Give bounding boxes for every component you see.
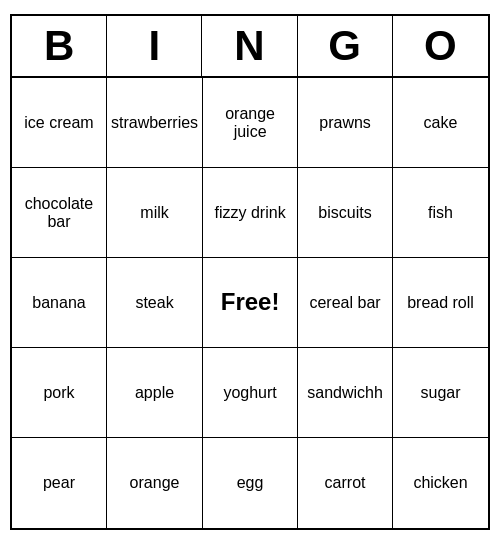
cell-text-3: prawns (319, 114, 371, 132)
cell-text-13: cereal bar (309, 294, 380, 312)
bingo-cell-24: chicken (393, 438, 488, 528)
bingo-cell-9: fish (393, 168, 488, 258)
bingo-cell-14: bread roll (393, 258, 488, 348)
bingo-cell-13: cereal bar (298, 258, 393, 348)
header-letter-i: I (107, 16, 202, 76)
bingo-cell-17: yoghurt (203, 348, 298, 438)
cell-text-0: ice cream (24, 114, 93, 132)
header-letter-b: B (12, 16, 107, 76)
cell-text-17: yoghurt (223, 384, 276, 402)
cell-text-11: steak (135, 294, 173, 312)
cell-text-22: egg (237, 474, 264, 492)
bingo-cell-1: strawberries (107, 78, 203, 168)
bingo-cell-5: chocolate bar (12, 168, 107, 258)
cell-text-15: pork (43, 384, 74, 402)
bingo-cell-7: fizzy drink (203, 168, 298, 258)
bingo-card: BINGO ice creamstrawberriesorange juicep… (10, 14, 490, 530)
bingo-cell-22: egg (203, 438, 298, 528)
bingo-cell-8: biscuits (298, 168, 393, 258)
bingo-cell-2: orange juice (203, 78, 298, 168)
bingo-cell-21: orange (107, 438, 203, 528)
cell-text-12: Free! (221, 289, 280, 315)
bingo-header: BINGO (12, 16, 488, 78)
header-letter-o: O (393, 16, 488, 76)
header-letter-g: G (298, 16, 393, 76)
bingo-cell-11: steak (107, 258, 203, 348)
bingo-cell-16: apple (107, 348, 203, 438)
cell-text-1: strawberries (111, 114, 198, 132)
cell-text-21: orange (130, 474, 180, 492)
cell-text-18: sandwichh (307, 384, 383, 402)
cell-text-5: chocolate bar (16, 195, 102, 230)
cell-text-19: sugar (421, 384, 461, 402)
bingo-cell-6: milk (107, 168, 203, 258)
cell-text-2: orange juice (207, 105, 293, 140)
cell-text-10: banana (32, 294, 85, 312)
cell-text-20: pear (43, 474, 75, 492)
cell-text-23: carrot (325, 474, 366, 492)
bingo-cell-19: sugar (393, 348, 488, 438)
bingo-cell-3: prawns (298, 78, 393, 168)
bingo-cell-15: pork (12, 348, 107, 438)
bingo-cell-0: ice cream (12, 78, 107, 168)
header-letter-n: N (202, 16, 297, 76)
bingo-grid: ice creamstrawberriesorange juiceprawnsc… (12, 78, 488, 528)
bingo-cell-10: banana (12, 258, 107, 348)
cell-text-7: fizzy drink (215, 204, 286, 222)
bingo-cell-23: carrot (298, 438, 393, 528)
cell-text-6: milk (140, 204, 168, 222)
bingo-cell-4: cake (393, 78, 488, 168)
bingo-cell-12: Free! (203, 258, 298, 348)
cell-text-9: fish (428, 204, 453, 222)
cell-text-24: chicken (413, 474, 467, 492)
cell-text-8: biscuits (318, 204, 371, 222)
cell-text-4: cake (424, 114, 458, 132)
bingo-cell-20: pear (12, 438, 107, 528)
cell-text-14: bread roll (407, 294, 474, 312)
bingo-cell-18: sandwichh (298, 348, 393, 438)
cell-text-16: apple (135, 384, 174, 402)
